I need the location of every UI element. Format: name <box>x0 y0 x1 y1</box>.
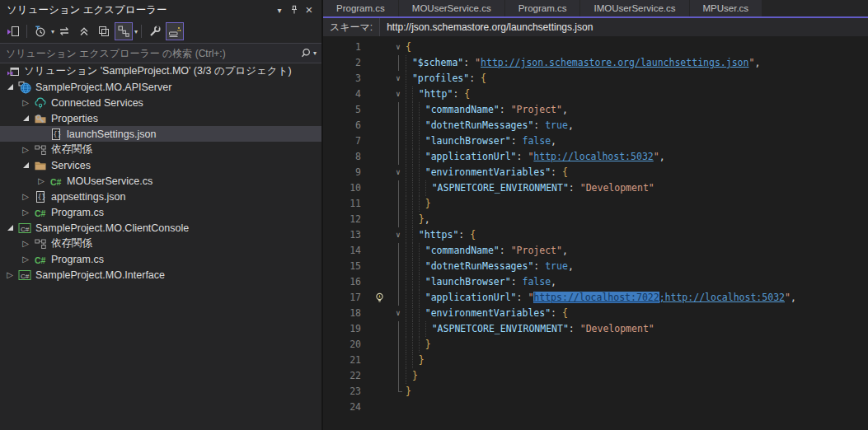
code-line-19[interactable]: 19"ASPNETCORE_ENVIRONMENT": "Development… <box>323 321 868 337</box>
tree-item-item[interactable]: ▷依存関係 <box>0 142 321 157</box>
tree-item-sampleproject-mo-apiserver[interactable]: SampleProject.MO.APIServer <box>0 79 321 95</box>
preview-selected-items-button[interactable] <box>115 22 133 40</box>
svg-text:C#: C# <box>35 208 46 217</box>
code-token: , <box>551 135 556 147</box>
expanded-arrow-icon[interactable] <box>3 84 16 90</box>
fold-margin <box>391 55 406 71</box>
pin-button[interactable] <box>287 2 302 17</box>
code-token: : <box>511 276 523 287</box>
code-line-12[interactable]: 12}, <box>323 212 868 227</box>
tree-item-mouserservice-cs[interactable]: ▷C#MOUserService.cs <box>0 173 321 189</box>
code-line-23[interactable]: 23} <box>323 384 868 400</box>
code-line-10[interactable]: 10"ASPNETCORE_ENVIRONMENT": "Development… <box>323 180 868 196</box>
collapsed-arrow-icon[interactable]: ▷ <box>35 176 48 185</box>
collapsed-arrow-icon[interactable]: ▷ <box>19 145 32 154</box>
gutter-space <box>373 133 391 149</box>
tree-item-launchsettings-json[interactable]: {}launchSettings.json <box>0 126 321 142</box>
code-line-5[interactable]: 5"commandName": "Project", <box>323 102 868 118</box>
tree-item-services[interactable]: Services <box>0 157 321 173</box>
code-text: "https": { <box>406 227 476 243</box>
collapse-all-button[interactable] <box>75 22 93 40</box>
collapsed-arrow-icon[interactable]: ▷ <box>3 270 16 279</box>
code-line-13[interactable]: 13∨"https": { <box>323 227 868 243</box>
tree-item-sampleproject-mo-interface[interactable]: ▷C#SampleProject.MO.Interface <box>0 267 321 283</box>
edit-project-file-button[interactable] <box>146 22 164 40</box>
code-line-14[interactable]: 14"commandName": "Project", <box>323 243 868 259</box>
tree-item-sampleproject-mo-3-3[interactable]: ソリューション 'SampleProject.MO' (3/3 のプロジェクト) <box>0 63 321 79</box>
code-line-1[interactable]: 1∨{ <box>323 40 868 55</box>
tree-item-connected-services[interactable]: ▷Connected Services <box>0 95 321 110</box>
code-line-8[interactable]: 8"applicationUrl": "http://localhost:503… <box>323 149 868 165</box>
fold-chevron-icon[interactable]: ∨ <box>391 306 406 321</box>
fold-chevron-icon[interactable]: ∨ <box>391 165 406 180</box>
indent-guide <box>406 196 412 212</box>
tab-program-cs[interactable]: Program.cs <box>505 0 580 16</box>
code-line-16[interactable]: 16"launchBrowser": false, <box>323 274 868 290</box>
collapsed-arrow-icon[interactable]: ▷ <box>19 192 32 201</box>
dependencies-icon <box>32 143 49 157</box>
code-line-17[interactable]: 17"applicationUrl": "https://localhost:7… <box>323 290 868 306</box>
code-token: , <box>562 245 568 256</box>
expanded-arrow-icon[interactable] <box>19 162 32 168</box>
expanded-arrow-icon[interactable] <box>3 225 16 231</box>
tree-item-item[interactable]: ▷依存関係 <box>0 236 321 251</box>
collapsed-arrow-icon[interactable]: ▷ <box>19 255 32 264</box>
code-line-18[interactable]: 18∨"environmentVariables": { <box>323 306 868 321</box>
expanded-arrow-icon[interactable] <box>19 115 32 121</box>
sync-with-active-document-button[interactable] <box>55 22 73 40</box>
indent-guide <box>412 102 419 118</box>
code-area[interactable]: 1∨{2"$schema": "http://json.schemastore.… <box>323 36 868 430</box>
code-line-20[interactable]: 20} <box>323 337 868 353</box>
tab-mouserservice-cs[interactable]: MOUserService.cs <box>399 0 504 16</box>
code-token: , <box>551 276 556 287</box>
code-line-3[interactable]: 3∨"profiles": { <box>323 71 868 86</box>
open-files-filter-dropdown[interactable]: ▾ <box>51 28 54 35</box>
tree-item-program-cs[interactable]: ▷C#Program.cs <box>0 251 321 267</box>
properties-window-button[interactable] <box>95 22 113 40</box>
fold-chevron-icon[interactable]: ∨ <box>391 40 406 55</box>
fold-chevron-icon[interactable]: ∨ <box>391 86 406 102</box>
code-line-15[interactable]: 15"dotnetRunMessages": true, <box>323 259 868 274</box>
code-text: "dotnetRunMessages": true, <box>406 259 574 274</box>
fold-chevron-icon[interactable]: ∨ <box>391 227 406 243</box>
tree-item-sampleproject-mo-clientconsole[interactable]: C#SampleProject.MO.ClientConsole <box>0 220 321 236</box>
preview-selected-items-dropdown[interactable]: ▾ <box>134 28 138 35</box>
open-files-filter-button[interactable] <box>31 22 49 40</box>
collapsed-arrow-icon[interactable]: ▷ <box>19 239 32 248</box>
code-line-9[interactable]: 9∨"environmentVariables": { <box>323 165 868 180</box>
code-line-24[interactable]: 24 <box>323 400 868 415</box>
hyperlink-text: http://localhost:5032 <box>533 151 653 162</box>
code-text: "dotnetRunMessages": true, <box>406 118 574 133</box>
code-line-11[interactable]: 11} <box>323 196 868 212</box>
tree-item-properties[interactable]: Properties <box>0 110 321 126</box>
collapsed-arrow-icon[interactable]: ▷ <box>19 208 32 217</box>
collapsed-arrow-icon[interactable]: ▷ <box>19 98 32 107</box>
search-button[interactable]: ▾ <box>298 47 321 59</box>
show-all-files-button[interactable] <box>166 22 184 40</box>
pin-icon <box>289 4 300 16</box>
sync-arrows-icon <box>58 25 71 38</box>
code-token: "applicationUrl" <box>425 292 517 303</box>
close-button[interactable]: × <box>302 2 317 17</box>
code-line-7[interactable]: 7"launchBrowser": false, <box>323 133 868 149</box>
tab-imouserservice-cs[interactable]: IMOUserService.cs <box>580 0 688 16</box>
tab-program-cs[interactable]: Program.cs <box>323 0 398 16</box>
tree-item-program-cs[interactable]: ▷C#Program.cs <box>0 204 321 220</box>
gutter-space <box>373 165 391 180</box>
code-line-4[interactable]: 4∨"http": { <box>323 86 868 102</box>
code-line-6[interactable]: 6"dotnetRunMessages": true, <box>323 118 868 133</box>
window-position-dropdown-button[interactable]: ▾ <box>272 2 287 17</box>
solution-explorer-title-bar: ソリューション エクスプローラー ▾ × <box>0 0 321 20</box>
lightbulb-gutter[interactable] <box>373 290 391 306</box>
code-line-2[interactable]: 2"$schema": "http://json.schemastore.org… <box>323 55 868 71</box>
search-input[interactable] <box>0 44 298 63</box>
code-token: { <box>562 307 568 319</box>
switch-views-button[interactable] <box>4 22 22 40</box>
code-line-21[interactable]: 21} <box>323 353 868 368</box>
tree-item-appsettings-json[interactable]: ▷{}appsettings.json <box>0 189 321 204</box>
fold-chevron-icon[interactable]: ∨ <box>391 71 406 86</box>
schema-bar: スキーマ: http://json.schemastore.org/launch… <box>323 18 868 36</box>
tab-mpuser-cs[interactable]: MPUser.cs <box>690 0 762 16</box>
code-line-22[interactable]: 22} <box>323 368 868 384</box>
schema-value-dropdown[interactable]: http://json.schemastore.org/launchsettin… <box>379 18 868 36</box>
